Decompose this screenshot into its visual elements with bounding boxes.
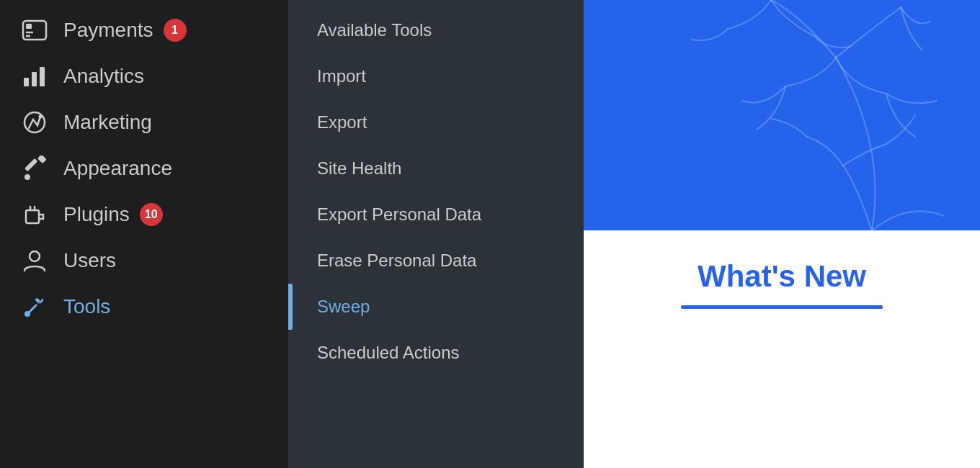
whats-new-section: What's New xyxy=(584,230,980,468)
plugins-badge: 10 xyxy=(140,203,163,226)
available-tools-label: Available Tools xyxy=(317,20,432,40)
svg-rect-9 xyxy=(24,158,37,171)
svg-point-16 xyxy=(24,311,30,317)
sidebar: Payments 1 Analytics Marketing xyxy=(0,0,288,468)
tools-label: Tools xyxy=(63,295,110,318)
payments-badge: 1 xyxy=(164,19,187,42)
sidebar-item-payments[interactable]: Payments 1 xyxy=(0,7,288,53)
active-indicator xyxy=(288,284,293,330)
main-content: What's New xyxy=(584,0,980,468)
hero-decoration xyxy=(584,0,980,230)
tools-icon xyxy=(17,294,52,320)
sidebar-item-appearance[interactable]: Appearance xyxy=(0,145,288,192)
dropdown-item-export-personal-data[interactable]: Export Personal Data xyxy=(288,192,584,238)
dropdown-item-export[interactable]: Export xyxy=(288,99,584,145)
erase-personal-data-label: Erase Personal Data xyxy=(317,251,476,271)
sidebar-item-marketing[interactable]: Marketing xyxy=(0,99,288,145)
svg-point-15 xyxy=(30,251,40,261)
sidebar-item-users[interactable]: Users xyxy=(0,238,288,284)
marketing-label: Marketing xyxy=(63,111,152,134)
plugins-icon xyxy=(17,202,52,228)
hero-area xyxy=(584,0,980,230)
sidebar-item-plugins[interactable]: Plugins 10 xyxy=(0,192,288,238)
analytics-icon xyxy=(17,63,52,89)
dropdown-item-available-tools[interactable]: Available Tools xyxy=(288,7,584,53)
payments-icon xyxy=(17,17,52,43)
site-health-label: Site Health xyxy=(317,158,401,179)
sidebar-item-analytics[interactable]: Analytics xyxy=(0,53,288,99)
dropdown-item-scheduled-actions[interactable]: Scheduled Actions xyxy=(288,330,584,376)
appearance-label: Appearance xyxy=(63,157,172,180)
svg-rect-5 xyxy=(32,72,37,86)
svg-point-11 xyxy=(24,174,30,180)
plugins-label: Plugins xyxy=(63,203,130,226)
users-icon xyxy=(17,248,52,274)
export-label: Export xyxy=(317,112,367,132)
svg-rect-4 xyxy=(24,78,29,86)
svg-rect-1 xyxy=(26,24,32,29)
tools-dropdown-menu: Available Tools Import Export Site Healt… xyxy=(288,0,584,468)
marketing-icon xyxy=(17,109,52,135)
dropdown-item-sweep[interactable]: Sweep xyxy=(288,284,584,330)
import-label: Import xyxy=(317,66,366,86)
svg-rect-6 xyxy=(40,67,45,86)
svg-rect-17 xyxy=(584,0,980,230)
whats-new-title: What's New xyxy=(698,259,866,294)
users-label: Users xyxy=(63,249,116,272)
dropdown-item-erase-personal-data[interactable]: Erase Personal Data xyxy=(288,238,584,284)
sweep-label: Sweep xyxy=(317,297,370,317)
appearance-icon xyxy=(17,156,52,181)
analytics-label: Analytics xyxy=(63,65,144,88)
svg-rect-10 xyxy=(37,156,47,163)
svg-rect-12 xyxy=(26,210,39,223)
scheduled-actions-label: Scheduled Actions xyxy=(317,343,459,363)
svg-point-8 xyxy=(39,115,43,119)
dropdown-item-site-health[interactable]: Site Health xyxy=(288,145,584,192)
export-personal-data-label: Export Personal Data xyxy=(317,204,481,225)
sidebar-item-tools[interactable]: Tools xyxy=(0,284,288,330)
whats-new-underline xyxy=(681,305,883,309)
payments-label: Payments xyxy=(63,19,153,42)
dropdown-item-import[interactable]: Import xyxy=(288,53,584,99)
